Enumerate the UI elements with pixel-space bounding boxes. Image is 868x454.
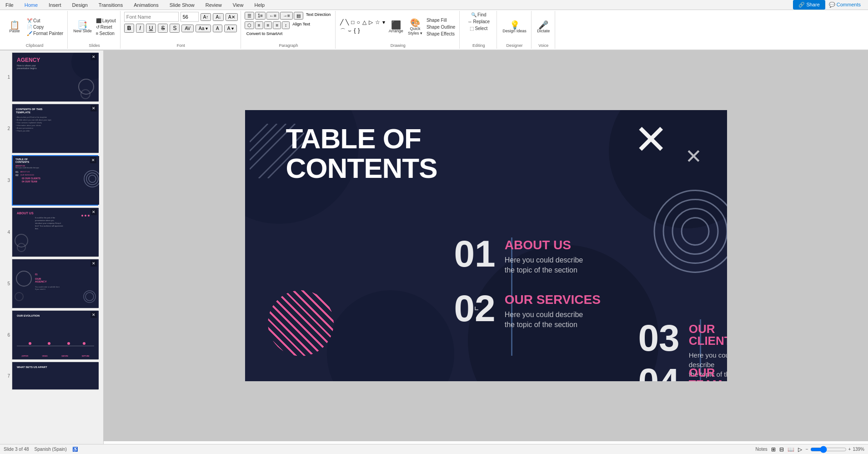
- line-spacing[interactable]: ↕: [282, 21, 290, 29]
- delete-slide-6[interactable]: ✕: [90, 312, 97, 318]
- slide-thumb-2[interactable]: CONTENTS OF THISTEMPLATE • About what yo…: [12, 104, 98, 153]
- shape-3[interactable]: □: [350, 19, 355, 26]
- zoom-slider[interactable]: [810, 446, 847, 453]
- col-button[interactable]: ▤: [294, 12, 303, 20]
- italic-button[interactable]: I: [136, 24, 144, 33]
- reading-view[interactable]: 📖: [788, 446, 794, 453]
- shape-outline-button[interactable]: Shape Outline: [425, 24, 457, 30]
- paste-button[interactable]: 📋 Paste: [5, 20, 25, 35]
- align-left[interactable]: ⬡: [245, 21, 254, 29]
- arrange-button[interactable]: ⬛ Arrange: [387, 20, 405, 35]
- new-slide-button[interactable]: 📑 New Slide: [71, 20, 94, 35]
- indent-dec-button[interactable]: ←≡: [266, 12, 279, 20]
- shape-1[interactable]: ╱: [339, 19, 344, 26]
- zoom-out-button[interactable]: −: [806, 447, 808, 452]
- select-button[interactable]: ⬚ Select: [468, 25, 489, 31]
- menu-design[interactable]: Design: [70, 1, 90, 9]
- menu-transitions[interactable]: Transitions: [97, 1, 125, 9]
- menu-animations[interactable]: Animations: [132, 1, 160, 9]
- char-spacing-button[interactable]: AV: [181, 25, 194, 32]
- slide-title-block[interactable]: TABLE OF CONTENTS: [286, 124, 437, 183]
- indent-inc-button[interactable]: →≡: [280, 12, 293, 20]
- text-direction-btn[interactable]: Text Direction: [304, 12, 333, 20]
- quick-styles-button[interactable]: 🎨 QuickStyles ▾: [406, 18, 424, 37]
- format-painter-button[interactable]: 🖌️ Format Painter: [25, 30, 65, 36]
- strikethrough-button[interactable]: S: [158, 24, 168, 33]
- cut-button[interactable]: ✂️ Cut: [25, 18, 65, 24]
- font-color-button[interactable]: A: [213, 25, 222, 32]
- shape-effects-button[interactable]: Shape Effects: [425, 31, 457, 37]
- shape-4[interactable]: ○: [356, 19, 361, 26]
- design-ideas-button[interactable]: 💡 Design Ideas: [501, 20, 528, 35]
- delete-slide-3[interactable]: ✕: [90, 157, 96, 163]
- align-right[interactable]: ≡: [264, 21, 272, 29]
- slides-panel[interactable]: 1 AGENCY Here is where yourpresentation …: [0, 50, 104, 454]
- shape-more[interactable]: ▾: [381, 19, 386, 26]
- toc-item-04[interactable]: 04 OUR TEAM Here you could describe the …: [638, 363, 727, 381]
- shape-5[interactable]: △: [361, 19, 367, 26]
- slide-thumb-7[interactable]: WHAT SETS US APART: [12, 362, 98, 390]
- shape-7[interactable]: ☆: [374, 19, 381, 26]
- copy-button[interactable]: 📄 Copy: [25, 24, 65, 30]
- font-size-increase[interactable]: A↑: [201, 13, 211, 21]
- shape-8[interactable]: ⌒: [339, 27, 346, 35]
- shape-2[interactable]: ╲: [345, 19, 350, 26]
- shape-fill-button[interactable]: Shape Fill: [425, 17, 457, 23]
- text-highlight-button[interactable]: A ▾: [224, 25, 237, 32]
- align-text-btn[interactable]: Align Text: [291, 21, 312, 29]
- drawing-label: Drawing: [391, 43, 406, 48]
- delete-slide-4[interactable]: ✕: [90, 209, 97, 215]
- slideshow-view[interactable]: ▷: [798, 446, 802, 453]
- zoom-in-button[interactable]: +: [848, 447, 851, 452]
- delete-slide-2[interactable]: ✕: [90, 105, 97, 111]
- slide-5-num: 01: [35, 273, 38, 276]
- slide-thumb-5[interactable]: 01 OURAGENCY You could enter a subtitle …: [12, 259, 98, 308]
- section-button[interactable]: ≡ Section: [95, 30, 117, 36]
- layout-button[interactable]: ⬛ Layout: [95, 18, 117, 24]
- bullets-button[interactable]: ☰: [245, 12, 254, 20]
- find-button[interactable]: 🔍 Find: [470, 12, 487, 18]
- toc-item-01[interactable]: 01 ABOUT US Here you could describe the …: [454, 235, 583, 276]
- menu-home[interactable]: Home: [23, 1, 40, 9]
- dictate-button[interactable]: 🎤 Dictate: [535, 20, 552, 35]
- underline-button[interactable]: U: [146, 24, 156, 33]
- menu-help[interactable]: Help: [252, 1, 266, 9]
- slide-thumb-1[interactable]: AGENCY Here is where yourpresentation be…: [12, 52, 98, 102]
- comments-button[interactable]: 💬 Comments: [829, 2, 861, 8]
- menu-insert[interactable]: Insert: [47, 1, 63, 9]
- menu-review[interactable]: Review: [204, 1, 224, 9]
- shape-10[interactable]: {: [353, 27, 356, 35]
- convert-smartart-btn[interactable]: Convert to SmartArt: [245, 31, 285, 36]
- reset-button[interactable]: ↺ Reset: [95, 24, 117, 30]
- font-name-input[interactable]: [124, 12, 179, 22]
- slide-thumb-4[interactable]: ABOUT US It could be the part of thepres…: [12, 207, 98, 257]
- notes-button[interactable]: Notes: [756, 447, 768, 452]
- menu-slideshow[interactable]: Slide Show: [168, 1, 196, 9]
- slide-thumb-3[interactable]: TABLE OFCONTENTS ABOUT US Here you could…: [12, 155, 98, 206]
- change-case-button[interactable]: Aa ▾: [196, 25, 211, 32]
- menu-file[interactable]: File: [4, 1, 15, 9]
- font-size-input[interactable]: [181, 12, 199, 22]
- shape-11[interactable]: }: [357, 27, 361, 35]
- menu-view[interactable]: View: [231, 1, 246, 9]
- main-slide[interactable]: ✕ ✕ TABLE OF: [245, 110, 727, 381]
- delete-slide-1[interactable]: ✕: [90, 54, 97, 60]
- shape-9[interactable]: ⌣: [347, 27, 352, 35]
- delete-slide-5[interactable]: ✕: [90, 260, 97, 267]
- align-justify[interactable]: ≡: [273, 21, 281, 29]
- numbering-button[interactable]: 1≡: [255, 12, 266, 20]
- slide-sorter-view[interactable]: ⊟: [779, 446, 784, 453]
- slide-thumb-6[interactable]: OUR EVOLUTION JUPITERVENUSSATURNNEPTUNE …: [12, 310, 98, 360]
- canvas-area[interactable]: ✕ ✕ TABLE OF: [104, 50, 868, 454]
- align-center[interactable]: ≡: [255, 21, 263, 29]
- normal-view[interactable]: ⊞: [771, 446, 776, 453]
- clear-formatting[interactable]: A✕: [226, 13, 238, 21]
- svg-line-7: [250, 124, 286, 160]
- share-button[interactable]: 🔗 Share: [793, 0, 825, 10]
- bold-button[interactable]: B: [124, 24, 135, 33]
- text-shadow-button[interactable]: S: [170, 24, 180, 33]
- shape-6[interactable]: ▷: [368, 19, 374, 26]
- replace-button[interactable]: ↔ Replace: [466, 19, 491, 25]
- accessibility-check[interactable]: ♿: [72, 447, 78, 452]
- font-size-decrease[interactable]: A↓: [213, 13, 224, 21]
